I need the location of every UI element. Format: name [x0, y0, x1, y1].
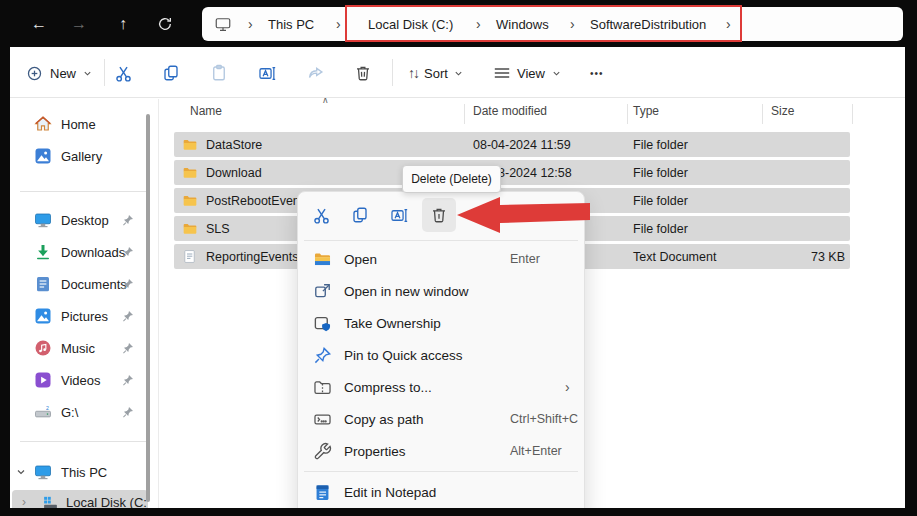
column-header-size[interactable]: Size	[771, 104, 794, 118]
column-separator[interactable]	[464, 104, 465, 124]
forward-button[interactable]: →	[64, 9, 94, 39]
menu-item-open[interactable]: Open Enter	[303, 243, 580, 275]
sidebar-item-label: This PC	[61, 465, 107, 480]
view-button[interactable]: View	[488, 57, 567, 89]
chevron-down-icon	[552, 69, 561, 78]
copy-quick-action[interactable]	[343, 198, 377, 232]
menu-item-compress-to[interactable]: Compress to... ›	[303, 371, 580, 403]
frame-left	[0, 0, 10, 516]
column-header-date-modified[interactable]: Date modified	[473, 104, 547, 118]
paste-button[interactable]	[206, 60, 232, 86]
this-pc-icon	[34, 463, 52, 481]
pin-icon	[313, 346, 332, 365]
menu-item-shortcut: Enter	[510, 252, 540, 266]
tooltip-text: Delete (Delete)	[411, 172, 492, 186]
menu-item-shortcut: Ctrl+Shift+C	[510, 412, 578, 426]
documents-icon	[34, 275, 52, 293]
sidebar-item-gallery[interactable]: Gallery	[10, 143, 148, 169]
sidebar-item-label: Home	[61, 117, 96, 132]
new-button[interactable]: New	[18, 57, 100, 89]
rename-icon	[258, 64, 277, 83]
sidebar-item-label: Documents	[61, 277, 127, 292]
menu-item-take-ownership[interactable]: Take Ownership	[303, 307, 580, 339]
compress-icon	[313, 378, 332, 397]
column-separator[interactable]	[852, 104, 853, 124]
menu-item-edit-in-notepad[interactable]: Edit in Notepad	[303, 476, 580, 508]
up-icon: ↑	[119, 15, 127, 33]
pin-icon	[122, 342, 134, 354]
menu-item-properties[interactable]: Properties Alt+Enter	[303, 435, 580, 467]
file-name: ReportingEvents	[206, 244, 298, 269]
rename-quick-action[interactable]	[382, 198, 416, 232]
sidebar-item-g-drive[interactable]: 2 G:\	[10, 399, 148, 425]
folder-icon	[313, 250, 332, 269]
more-options-button[interactable]: •••	[582, 57, 612, 89]
file-row-datastore[interactable]: DataStore 08-04-2024 11:59 File folder	[174, 132, 850, 157]
sidebar-item-videos[interactable]: Videos	[10, 367, 148, 393]
copy-button[interactable]	[158, 60, 184, 86]
toolbar-divider	[392, 59, 393, 86]
videos-icon	[34, 371, 52, 389]
sidebar-item-music[interactable]: Music	[10, 335, 148, 361]
back-button[interactable]: ←	[24, 9, 54, 39]
folder-icon	[182, 165, 198, 181]
paste-icon	[210, 64, 228, 82]
file-row-download[interactable]: Download 08-08-2024 12:58 File folder	[174, 160, 850, 185]
toolbar-divider	[104, 59, 105, 86]
menu-item-label: Open	[344, 252, 377, 267]
desktop-icon	[34, 211, 52, 229]
forward-icon: →	[71, 15, 87, 33]
pictures-icon	[34, 307, 52, 325]
breadcrumb-separator: ›	[248, 7, 253, 41]
sort-icon: ↑↓	[408, 65, 418, 81]
delete-quick-action[interactable]	[422, 198, 456, 232]
sort-label: Sort	[424, 66, 448, 81]
column-header-type[interactable]: Type	[633, 104, 659, 118]
sidebar-item-documents[interactable]: Documents	[10, 271, 148, 297]
sidebar-item-this-pc[interactable]: This PC	[10, 459, 148, 485]
sidebar-item-label: Desktop	[61, 213, 109, 228]
refresh-button[interactable]	[150, 9, 180, 39]
rename-button[interactable]	[254, 60, 280, 86]
music-icon	[34, 339, 52, 357]
pin-icon	[122, 310, 134, 322]
sidebar-scrollbar[interactable]	[146, 114, 150, 502]
new-label: New	[50, 66, 76, 81]
downloads-icon	[34, 243, 52, 261]
sidebar-divider	[20, 191, 146, 192]
menu-item-pin-to-quick-access[interactable]: Pin to Quick access	[303, 339, 580, 371]
share-icon	[306, 64, 325, 83]
delete-button[interactable]	[350, 60, 376, 86]
column-header-name[interactable]: Name	[190, 104, 222, 118]
rename-icon	[390, 206, 409, 225]
new-icon	[26, 65, 43, 82]
sidebar-item-label: Pictures	[61, 309, 108, 324]
column-separator[interactable]	[762, 104, 763, 124]
refresh-icon	[157, 16, 173, 32]
sidebar-item-pictures[interactable]: Pictures	[10, 303, 148, 329]
sidebar-item-desktop[interactable]: Desktop	[10, 207, 148, 233]
cut-button[interactable]	[110, 60, 136, 86]
annotation-highlight-box	[345, 5, 742, 42]
folder-icon	[182, 137, 198, 153]
file-explorer-window: ← → ↑ › This PC › Local Disk (C:) › Wind…	[0, 0, 917, 516]
frame-right	[905, 0, 917, 516]
pin-icon	[122, 214, 134, 226]
delete-icon	[354, 64, 372, 82]
menu-item-copy-as-path[interactable]: Copy as path Ctrl+Shift+C	[303, 403, 580, 435]
breadcrumb-this-pc[interactable]: This PC	[268, 7, 314, 41]
sidebar-item-home[interactable]: Home	[10, 111, 148, 137]
sidebar-item-downloads[interactable]: Downloads	[10, 239, 148, 265]
share-button[interactable]	[302, 60, 328, 86]
sort-button[interactable]: ↑↓ Sort	[402, 57, 469, 89]
context-menu: Open Enter Open in new window Take Owner…	[297, 191, 585, 516]
file-type: File folder	[633, 160, 688, 185]
up-button[interactable]: ↑	[108, 9, 138, 39]
wrench-icon	[313, 442, 332, 461]
column-separator[interactable]	[627, 104, 628, 124]
cut-quick-action[interactable]	[304, 198, 338, 232]
sidebar-item-label: Music	[61, 341, 95, 356]
menu-item-open-in-new-window[interactable]: Open in new window	[303, 275, 580, 307]
menu-item-shortcut: Alt+Enter	[510, 444, 562, 458]
copy-icon	[351, 206, 369, 224]
